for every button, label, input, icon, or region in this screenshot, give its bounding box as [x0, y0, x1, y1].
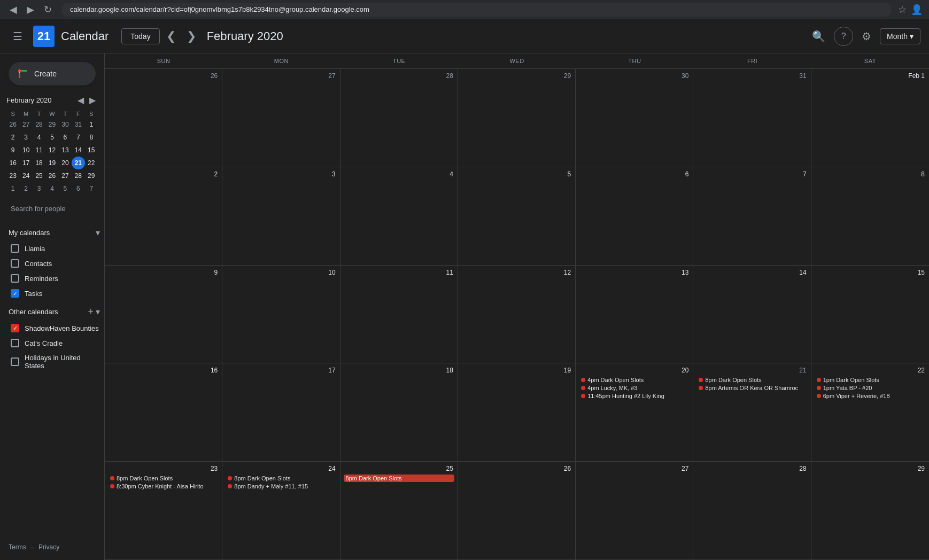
mini-cal-day[interactable]: 24 — [19, 169, 32, 182]
mini-cal-day[interactable]: 27 — [59, 169, 72, 182]
mini-cal-day[interactable]: 6 — [59, 131, 72, 144]
shadowhaven-checkbox[interactable] — [11, 324, 19, 332]
mini-cal-next[interactable]: ▶ — [87, 94, 98, 106]
settings-button[interactable]: ⚙ — [857, 26, 876, 47]
calendar-event[interactable]: 8:30pm Cyber Knight - Aisa Hirito — [108, 483, 219, 490]
other-calendars-header[interactable]: Other calendars + ▾ — [0, 303, 104, 321]
forward-button[interactable]: ▶ — [24, 3, 37, 17]
calendar-event[interactable]: 1pm Yata BP - #20 — [815, 384, 926, 392]
search-button[interactable]: 🔍 — [808, 26, 830, 47]
mini-cal-day[interactable]: 17 — [19, 157, 32, 169]
address-bar[interactable] — [61, 3, 892, 17]
day-cell[interactable]: 221pm Dark Open Slots1pm Yata BP - #206p… — [811, 363, 929, 461]
calendar-event[interactable]: 8pm Dark Open Slots — [226, 475, 336, 482]
day-cell[interactable]: 28 — [340, 69, 458, 167]
calendar-event[interactable]: 4pm Lucky, MK, #3 — [579, 384, 690, 392]
refresh-button[interactable]: ↻ — [41, 3, 55, 17]
day-cell[interactable]: Feb 1 — [811, 69, 929, 167]
day-cell[interactable]: 18 — [340, 363, 458, 461]
mini-cal-day[interactable]: 3 — [33, 182, 45, 195]
day-cell[interactable]: 10 — [222, 266, 340, 363]
mini-cal-day[interactable]: 4 — [45, 182, 58, 195]
cats-cradle-checkbox[interactable] — [11, 339, 19, 347]
reminders-checkbox[interactable] — [11, 274, 19, 283]
mini-cal-day[interactable]: 26 — [6, 118, 19, 131]
mini-cal-day[interactable]: 4 — [33, 131, 45, 144]
day-cell[interactable]: 27 — [222, 69, 340, 167]
llamia-checkbox[interactable] — [11, 244, 19, 253]
contacts-checkbox[interactable] — [11, 259, 19, 268]
day-cell[interactable]: 9 — [105, 266, 222, 363]
mini-cal-day[interactable]: 28 — [33, 118, 45, 131]
mini-cal-day[interactable]: 11 — [33, 144, 45, 157]
day-cell[interactable]: 4 — [340, 167, 458, 265]
mini-cal-day[interactable]: 18 — [33, 157, 45, 169]
day-cell[interactable]: 248pm Dark Open Slots8pm Dandy + Maly #1… — [222, 462, 340, 559]
mini-cal-day[interactable]: 2 — [19, 182, 32, 195]
mini-cal-day[interactable]: 20 — [59, 157, 72, 169]
mini-cal-day[interactable]: 13 — [59, 144, 72, 157]
create-button[interactable]: Create — [9, 62, 96, 85]
profile-icon[interactable]: 👤 — [911, 4, 923, 15]
day-cell[interactable]: 2 — [105, 167, 222, 265]
calendar-item-llamia[interactable]: Llamia — [0, 241, 104, 256]
day-cell[interactable]: 27 — [576, 462, 693, 559]
calendar-event[interactable]: 6pm Viper + Reverie, #18 — [815, 392, 926, 400]
help-button[interactable]: ? — [834, 27, 853, 46]
day-cell[interactable]: 29 — [811, 462, 929, 559]
mini-cal-day[interactable]: 26 — [45, 169, 58, 182]
day-cell[interactable]: 28 — [693, 462, 811, 559]
calendar-event[interactable]: 8pm Artemis OR Kera OR Shamroc — [696, 384, 807, 392]
calendar-item-cats-cradle[interactable]: Cat's Cradle — [0, 336, 104, 351]
mini-cal-day[interactable]: 7 — [85, 182, 98, 195]
day-cell[interactable]: 218pm Dark Open Slots8pm Artemis OR Kera… — [693, 363, 811, 461]
prev-period-button[interactable]: ❮ — [162, 26, 180, 46]
calendar-item-shadowhaven[interactable]: ShadowHaven Bounties — [0, 321, 104, 336]
calendar-item-tasks[interactable]: Tasks — [0, 286, 104, 301]
calendar-event[interactable]: 1pm Dark Open Slots — [815, 376, 926, 384]
mini-cal-day[interactable]: 12 — [45, 144, 58, 157]
day-cell[interactable]: 12 — [458, 266, 576, 363]
mini-cal-day[interactable]: 28 — [72, 169, 84, 182]
today-button[interactable]: Today — [121, 28, 159, 44]
day-cell[interactable]: 6 — [576, 167, 693, 265]
day-cell[interactable]: 13 — [576, 266, 693, 363]
mini-cal-day[interactable]: 5 — [45, 131, 58, 144]
mini-cal-day[interactable]: 1 — [6, 182, 19, 195]
mini-cal-day[interactable]: 21 — [72, 157, 84, 169]
menu-button[interactable]: ☰ — [9, 26, 27, 47]
day-cell[interactable]: 15 — [811, 266, 929, 363]
day-cell[interactable]: 29 — [458, 69, 576, 167]
mini-cal-day[interactable]: 1 — [85, 118, 98, 131]
day-cell[interactable]: 16 — [105, 363, 222, 461]
mini-cal-day[interactable]: 10 — [19, 144, 32, 157]
back-button[interactable]: ◀ — [6, 3, 20, 17]
calendar-event[interactable]: 8pm Dark Open Slots — [108, 475, 219, 482]
view-selector[interactable]: Month ▾ — [880, 28, 920, 44]
calendar-item-holidays-us[interactable]: Holidays in United States — [0, 351, 104, 373]
search-people-input[interactable] — [6, 201, 98, 216]
day-cell[interactable]: 3 — [222, 167, 340, 265]
next-period-button[interactable]: ❯ — [182, 26, 200, 46]
calendar-event[interactable]: 11:45pm Hunting #2 Lily King — [579, 392, 690, 400]
mini-cal-day[interactable]: 30 — [59, 118, 72, 131]
holidays-us-checkbox[interactable] — [11, 357, 19, 366]
day-cell[interactable]: 238pm Dark Open Slots8:30pm Cyber Knight… — [105, 462, 222, 559]
day-cell[interactable]: 26 — [105, 69, 222, 167]
mini-cal-day[interactable]: 16 — [6, 157, 19, 169]
mini-cal-prev[interactable]: ◀ — [75, 94, 86, 106]
star-icon[interactable]: ☆ — [898, 4, 907, 15]
mini-cal-day[interactable]: 2 — [6, 131, 19, 144]
day-cell[interactable]: 204pm Dark Open Slots4pm Lucky, MK, #311… — [576, 363, 693, 461]
day-cell[interactable]: 7 — [693, 167, 811, 265]
day-cell[interactable]: 31 — [693, 69, 811, 167]
calendar-item-contacts[interactable]: Contacts — [0, 256, 104, 271]
calendar-event[interactable]: 8pm Dark Open Slots — [344, 475, 454, 482]
calendar-event[interactable]: 8pm Dandy + Maly #11, #15 — [226, 483, 336, 490]
day-cell[interactable]: 258pm Dark Open Slots — [340, 462, 458, 559]
day-cell[interactable]: 8 — [811, 167, 929, 265]
day-cell[interactable]: 14 — [693, 266, 811, 363]
terms-link[interactable]: Terms — [9, 543, 26, 551]
my-calendars-header[interactable]: My calendars ▾ — [0, 224, 104, 241]
tasks-checkbox[interactable] — [11, 289, 19, 298]
